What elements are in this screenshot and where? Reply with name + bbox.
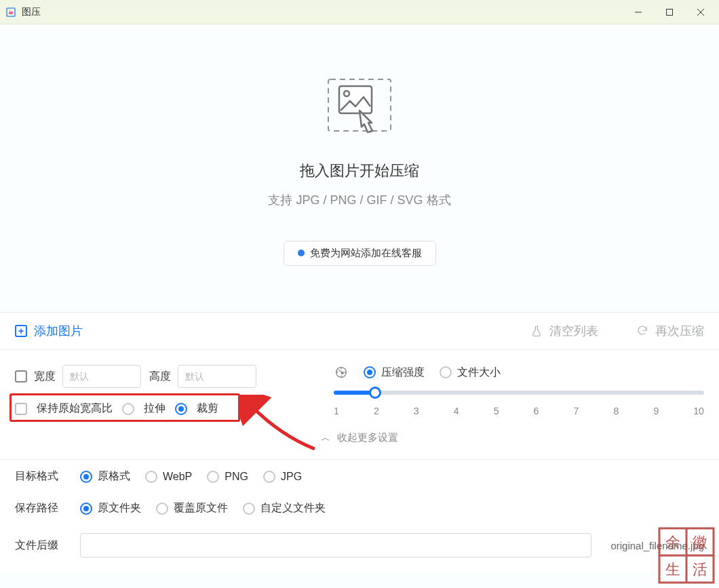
keep-ratio-label: 保持原始宽高比 bbox=[37, 401, 113, 416]
dropzone-title: 拖入图片开始压缩 bbox=[300, 161, 419, 181]
dropzone[interactable]: 拖入图片开始压缩 支持 JPG / PNG / GIF / SVG 格式 免费为… bbox=[0, 24, 719, 312]
filesize-radio[interactable] bbox=[440, 366, 452, 378]
save-custom-radio[interactable] bbox=[243, 503, 255, 515]
format-jpg-radio[interactable] bbox=[263, 471, 275, 483]
window-minimize-button[interactable] bbox=[623, 0, 654, 24]
svg-text:徽: 徽 bbox=[693, 534, 707, 551]
chevron-up-icon: ︿ bbox=[321, 432, 330, 444]
crop-label: 裁剪 bbox=[197, 401, 218, 416]
svg-rect-9 bbox=[339, 86, 372, 113]
add-image-button[interactable]: + 添加图片 bbox=[15, 323, 83, 339]
window-title: 图压 bbox=[22, 6, 41, 18]
svg-rect-2 bbox=[9, 12, 13, 14]
quality-radio[interactable] bbox=[364, 366, 376, 378]
promo-button[interactable]: 免费为网站添加在线客服 bbox=[284, 241, 436, 266]
stretch-label: 拉伸 bbox=[144, 401, 166, 416]
dropzone-subtitle: 支持 JPG / PNG / GIF / SVG 格式 bbox=[268, 192, 450, 208]
width-input[interactable] bbox=[62, 365, 141, 388]
titlebar: 图压 bbox=[0, 0, 719, 24]
watermark-seal: 余 徽 生 活 bbox=[658, 527, 715, 584]
height-input[interactable] bbox=[178, 365, 256, 388]
save-original-dir-radio[interactable] bbox=[80, 503, 92, 515]
format-label: 目标格式 bbox=[15, 469, 65, 484]
target-icon bbox=[334, 365, 349, 380]
format-png-radio[interactable] bbox=[207, 471, 219, 483]
collapse-label: 收起更多设置 bbox=[337, 431, 398, 444]
save-label: 保存路径 bbox=[15, 501, 65, 515]
format-row: 目标格式 原格式 WebP PNG JPG bbox=[15, 469, 704, 484]
flask-icon bbox=[530, 325, 543, 337]
suffix-input[interactable] bbox=[80, 533, 591, 557]
clear-list-button[interactable]: 清空列表 bbox=[530, 323, 598, 339]
app-icon bbox=[5, 7, 16, 18]
collapse-settings-toggle[interactable]: ︿ 收起更多设置 bbox=[15, 431, 704, 444]
window-close-button[interactable] bbox=[685, 0, 716, 24]
width-label: 宽度 bbox=[34, 370, 56, 384]
quality-slider[interactable]: 12345678910 bbox=[334, 391, 704, 416]
svg-point-12 bbox=[341, 372, 343, 374]
stretch-radio[interactable] bbox=[122, 403, 134, 415]
svg-text:余: 余 bbox=[665, 534, 680, 551]
output-panel: 目标格式 原格式 WebP PNG JPG 保存路径 原文件夹 覆盖原文件 自定… bbox=[0, 459, 719, 572]
recompress-label: 再次压缩 bbox=[655, 323, 704, 339]
compress-column: 压缩强度 文件大小 12345678910 bbox=[334, 365, 704, 416]
suffix-row: 文件后缀 original_filename.jpg bbox=[15, 533, 704, 557]
add-image-label: 添加图片 bbox=[34, 323, 83, 339]
format-original-radio[interactable] bbox=[80, 471, 92, 483]
recompress-button[interactable]: 再次压缩 bbox=[636, 323, 704, 339]
save-path-row: 保存路径 原文件夹 覆盖原文件 自定义文件夹 bbox=[15, 501, 704, 515]
promo-label: 免费为网站添加在线客服 bbox=[310, 247, 422, 260]
plus-icon: + bbox=[15, 325, 27, 337]
settings-panel: 宽度 高度 保持原始宽高比 拉伸 裁剪 压缩强度 bbox=[0, 350, 719, 459]
filesize-label: 文件大小 bbox=[457, 366, 501, 380]
svg-text:活: 活 bbox=[693, 561, 707, 578]
format-webp-radio[interactable] bbox=[145, 471, 157, 483]
height-label: 高度 bbox=[149, 370, 171, 384]
crop-radio[interactable] bbox=[175, 403, 187, 415]
slider-ticks: 12345678910 bbox=[334, 406, 704, 416]
quality-label: 压缩强度 bbox=[381, 366, 425, 380]
keep-ratio-checkbox[interactable] bbox=[15, 403, 27, 415]
window-maximize-button[interactable] bbox=[654, 0, 685, 24]
toolbar: + 添加图片 清空列表 再次压缩 bbox=[0, 312, 719, 350]
dropzone-image-icon bbox=[319, 71, 400, 139]
expand-icon bbox=[15, 370, 27, 383]
size-column: 宽度 高度 保持原始宽高比 拉伸 裁剪 bbox=[15, 365, 313, 416]
save-overwrite-radio[interactable] bbox=[156, 503, 168, 515]
refresh-icon bbox=[636, 325, 648, 337]
svg-point-3 bbox=[9, 9, 10, 10]
suffix-label: 文件后缀 bbox=[15, 538, 65, 553]
svg-text:生: 生 bbox=[665, 561, 680, 578]
clear-list-label: 清空列表 bbox=[549, 323, 598, 339]
promo-dot-icon bbox=[298, 250, 305, 256]
svg-rect-5 bbox=[667, 9, 673, 15]
